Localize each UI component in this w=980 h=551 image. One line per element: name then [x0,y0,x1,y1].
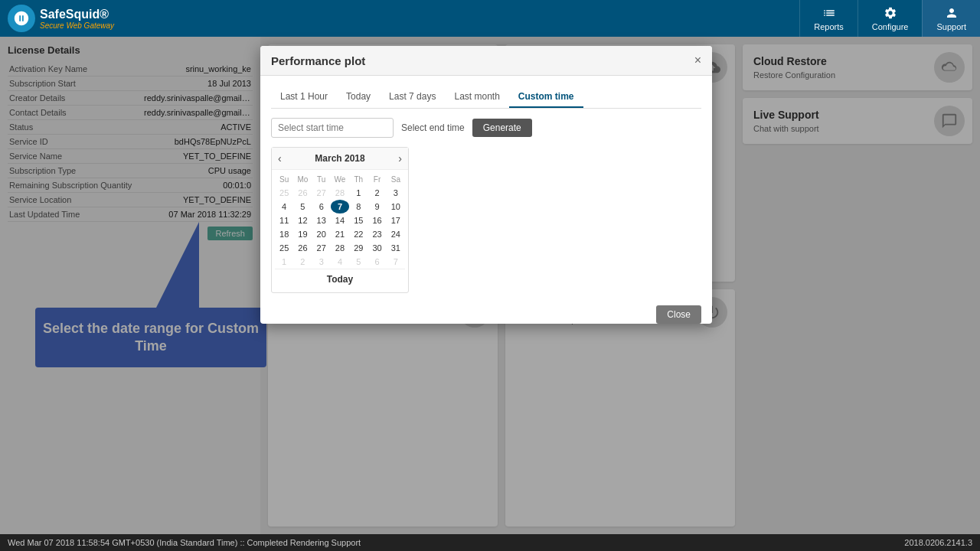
logo-text: SafeSquid® Secure Web Gateway [40,8,114,30]
cal-day[interactable]: 2 [293,255,312,269]
day-hdr-sa: Sa [387,173,405,186]
cal-day[interactable]: 5 [293,200,312,214]
tab-custom-time[interactable]: Custom time [509,86,583,108]
cal-day[interactable]: 27 [312,241,331,255]
cal-month-year: March 2018 [315,153,364,164]
cal-day[interactable]: 23 [368,227,386,241]
cal-day[interactable]: 3 [387,186,405,200]
modal-close-button[interactable]: × [694,54,701,67]
cal-day[interactable]: 11 [275,214,293,227]
cal-day[interactable]: 28 [331,186,349,200]
logo: SafeSquid® Secure Web Gateway [8,5,114,32]
cal-day[interactable]: 4 [275,200,293,214]
modal-body: Last 1 Hour Today Last 7 days Last month… [260,76,712,311]
cal-header: ‹ March 2018 › [272,148,408,170]
day-hdr-fr: Fr [368,173,386,186]
cal-day[interactable]: 25 [275,241,293,255]
day-hdr-tu: Tu [312,173,331,186]
logo-title: SafeSquid® [40,8,114,21]
cal-day[interactable]: 21 [331,227,349,241]
end-time-label: Select end time [401,122,465,133]
tab-last-7-days[interactable]: Last 7 days [380,86,445,108]
day-hdr-th: Th [349,173,368,186]
cal-day[interactable]: 22 [349,227,368,241]
cal-day[interactable]: 15 [349,214,368,227]
configure-label: Configure [872,22,909,31]
status-right: 2018.0206.2141.3 [904,538,972,547]
cal-day[interactable]: 12 [293,214,312,227]
cal-day[interactable]: 29 [349,241,368,255]
modal-tabs: Last 1 Hour Today Last 7 days Last month… [271,86,701,109]
status-left: Wed Mar 07 2018 11:58:54 GMT+0530 (India… [8,538,361,547]
cal-day[interactable]: 9 [368,200,386,214]
cal-next-button[interactable]: › [398,152,402,165]
logo-icon [8,5,35,32]
cal-day[interactable]: 13 [312,214,331,227]
close-button[interactable]: Close [656,305,701,324]
day-hdr-su: Su [275,173,293,186]
cal-day[interactable]: 3 [312,255,331,269]
day-hdr-mo: Mo [293,173,312,186]
cal-day[interactable]: 14 [331,214,349,227]
generate-button[interactable]: Generate [472,119,532,137]
cal-day-today[interactable]: 7 [331,200,349,214]
cal-day[interactable]: 28 [331,241,349,255]
navbar: SafeSquid® Secure Web Gateway Reports Co… [0,0,980,37]
nav-configure[interactable]: Configure [858,0,923,37]
tab-last-1-hour[interactable]: Last 1 Hour [271,86,337,108]
cal-day[interactable]: 16 [368,214,386,227]
cal-day[interactable]: 26 [293,186,312,200]
cal-day[interactable]: 19 [293,227,312,241]
cal-day[interactable]: 10 [387,200,405,214]
start-time-input[interactable] [271,118,394,138]
cal-grid: Su Mo Tu We Th Fr Sa 25 26 27 28 1 2 3 [272,170,408,292]
cal-day[interactable]: 6 [312,200,331,214]
day-hdr-we: We [331,173,349,186]
today-button[interactable]: Today [275,269,405,289]
cal-day[interactable]: 25 [275,186,293,200]
statusbar: Wed Mar 07 2018 11:58:54 GMT+0530 (India… [0,534,980,551]
cal-day[interactable]: 27 [312,186,331,200]
cal-day[interactable]: 24 [387,227,405,241]
cal-day[interactable]: 30 [368,241,386,255]
cal-day[interactable]: 31 [387,241,405,255]
cal-days-header: Su Mo Tu We Th Fr Sa [275,173,405,186]
cal-day[interactable]: 2 [368,186,386,200]
modal-performance-plot: Performance plot × Last 1 Hour Today Las… [260,46,712,324]
tab-today[interactable]: Today [337,86,380,108]
tab-last-month[interactable]: Last month [445,86,508,108]
nav-reports[interactable]: Reports [799,0,858,37]
modal-title: Performance plot [271,54,365,67]
cal-day[interactable]: 5 [349,255,368,269]
cal-day[interactable]: 18 [275,227,293,241]
cal-day[interactable]: 26 [293,241,312,255]
nav-right: Reports Configure Support [799,0,980,37]
nav-support[interactable]: Support [922,0,980,37]
cal-prev-button[interactable]: ‹ [278,152,282,165]
cal-day[interactable]: 1 [349,186,368,200]
cal-day[interactable]: 20 [312,227,331,241]
cal-day[interactable]: 8 [349,200,368,214]
cal-day[interactable]: 7 [387,255,405,269]
cal-day[interactable]: 1 [275,255,293,269]
cal-days: 25 26 27 28 1 2 3 4 5 6 7 8 9 10 11 [275,186,405,269]
support-label: Support [936,22,966,31]
reports-label: Reports [814,22,844,31]
date-inputs-row: Select end time Generate [271,118,701,138]
cal-day[interactable]: 4 [331,255,349,269]
modal-header: Performance plot × [260,46,712,76]
logo-subtitle: Secure Web Gateway [40,21,114,30]
calendar: ‹ March 2018 › Su Mo Tu We Th Fr Sa 25 2… [271,147,409,293]
cal-day[interactable]: 17 [387,214,405,227]
cal-day[interactable]: 6 [368,255,386,269]
